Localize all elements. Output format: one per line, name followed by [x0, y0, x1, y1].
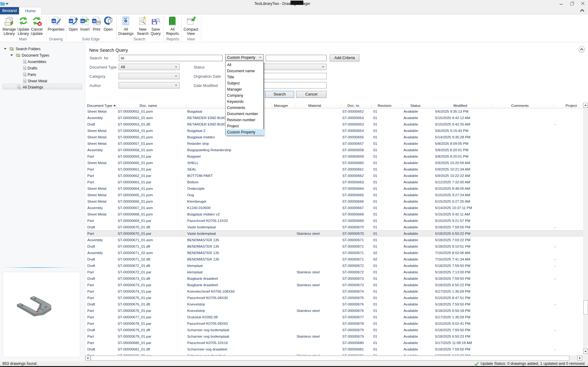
- svg-text:SE: SE: [69, 20, 73, 23]
- svg-text:SE: SE: [81, 20, 84, 23]
- svg-text:SE: SE: [93, 20, 96, 23]
- svg-text:SE: SE: [52, 20, 55, 23]
- svg-text:Y: Y: [42, 310, 44, 313]
- svg-text:X: X: [37, 308, 38, 310]
